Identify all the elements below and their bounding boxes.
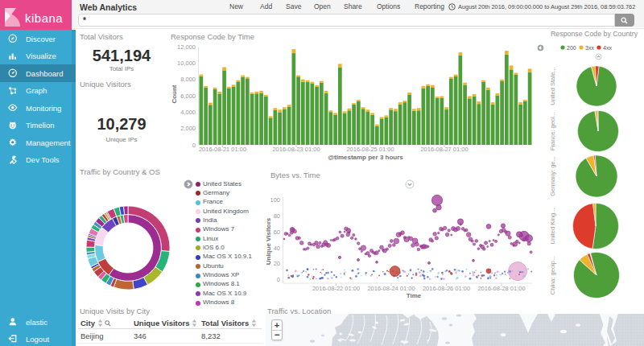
svg-text:0: 0: [277, 276, 280, 283]
svg-text:80: 80: [274, 212, 280, 220]
svg-text:40: 40: [274, 245, 280, 252]
svg-text:100: 100: [270, 196, 280, 204]
svg-text:Unique Visitors: Unique Visitors: [265, 217, 272, 265]
svg-text:20: 20: [274, 260, 280, 267]
svg-text:60: 60: [274, 229, 280, 236]
svg-text:Time: Time: [407, 292, 422, 299]
